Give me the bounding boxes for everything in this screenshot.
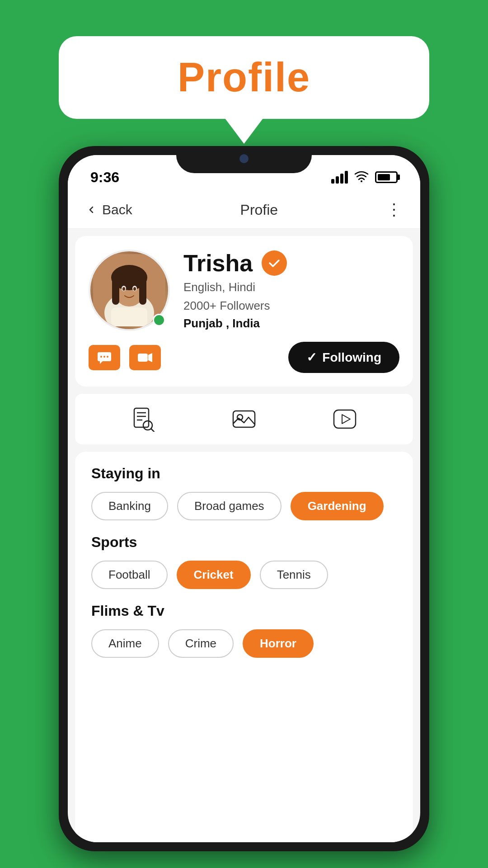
crime-tag[interactable]: Crime: [168, 629, 234, 658]
nav-bar: Back Profie ⋮: [68, 191, 420, 229]
phone-screen: 9:36: [68, 155, 420, 842]
profile-info: Trisha English, Hindi 2000+ Followers Pu…: [183, 250, 399, 330]
svg-rect-6: [112, 278, 119, 305]
content-area: Staying in Banking Broad games Gardening…: [75, 452, 413, 842]
wifi-icon: [354, 170, 369, 185]
films-tv-title: Flims & Tv: [91, 603, 397, 619]
films-tv-tags: Anime Crime Horror: [91, 629, 397, 658]
profile-name: Trisha: [183, 250, 253, 277]
profile-card: Trisha English, Hindi 2000+ Followers Pu…: [75, 236, 413, 387]
svg-rect-7: [139, 278, 146, 305]
staying-in-title: Staying in: [91, 465, 397, 482]
svg-point-17: [107, 356, 108, 358]
more-options-button[interactable]: ⋮: [386, 200, 402, 219]
tennis-tag[interactable]: Tennis: [260, 561, 328, 589]
online-indicator: [153, 314, 165, 326]
phone-notch: [176, 146, 312, 173]
message-button[interactable]: [89, 345, 120, 370]
svg-point-11: [133, 287, 136, 291]
banking-tag[interactable]: Banking: [91, 492, 168, 520]
tab-bar: [75, 394, 413, 444]
phone-camera: [239, 154, 249, 163]
svg-line-25: [151, 429, 154, 432]
svg-rect-26: [233, 411, 255, 427]
svg-point-16: [103, 356, 105, 358]
profile-actions: ✓ Following: [89, 342, 399, 373]
profile-languages: English, Hindi: [183, 280, 399, 294]
gardening-tag[interactable]: Gardening: [291, 492, 384, 520]
staying-in-tags: Banking Broad games Gardening: [91, 492, 397, 520]
video-call-button[interactable]: [129, 345, 161, 370]
title-card: Profile: [59, 36, 429, 119]
action-icons: [89, 345, 161, 370]
svg-rect-12: [111, 307, 147, 326]
following-label: Following: [322, 350, 381, 365]
status-icons: [331, 170, 398, 185]
svg-rect-28: [334, 410, 356, 428]
svg-point-0: [361, 180, 362, 182]
svg-marker-19: [148, 353, 152, 362]
svg-point-10: [122, 287, 125, 291]
battery-icon: [375, 171, 398, 183]
horror-tag[interactable]: Horror: [243, 629, 314, 658]
back-label: Back: [102, 202, 132, 217]
anime-tag[interactable]: Anime: [91, 629, 159, 658]
broad-games-tag[interactable]: Broad games: [177, 492, 282, 520]
photos-tab[interactable]: [230, 405, 258, 434]
profile-followers: 2000+ Followers: [183, 299, 399, 313]
svg-point-24: [143, 421, 152, 430]
following-button[interactable]: ✓ Following: [288, 342, 399, 373]
svg-point-15: [100, 356, 102, 358]
page-title: Profile: [95, 54, 393, 101]
svg-rect-20: [134, 408, 149, 427]
posts-tab[interactable]: [129, 405, 158, 434]
sports-tags: Football Cricket Tennis: [91, 561, 397, 589]
phone-frame: 9:36: [59, 146, 429, 851]
nav-title: Profie: [240, 202, 278, 218]
videos-tab[interactable]: [330, 405, 359, 434]
checkmark-icon: ✓: [306, 350, 317, 365]
cricket-tag[interactable]: Cricket: [177, 561, 251, 589]
profile-location: Punjab , India: [183, 316, 399, 330]
avatar-container: [89, 250, 170, 331]
status-time: 9:36: [90, 169, 119, 186]
back-button[interactable]: Back: [86, 202, 132, 217]
svg-marker-29: [342, 415, 350, 424]
sports-title: Sports: [91, 534, 397, 551]
verified-badge: [262, 250, 287, 276]
football-tag[interactable]: Football: [91, 561, 168, 589]
signal-icon: [331, 171, 348, 184]
svg-rect-18: [138, 354, 148, 362]
